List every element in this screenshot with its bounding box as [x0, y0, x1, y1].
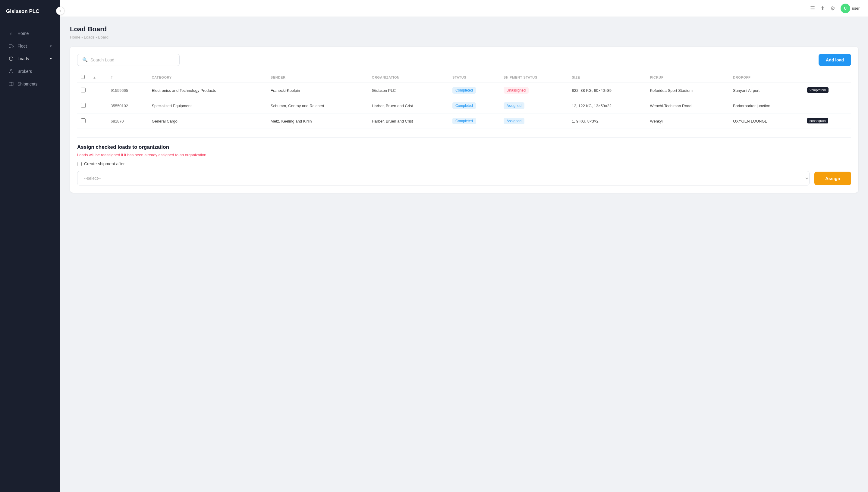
organization-select[interactable]: --select-- — [77, 171, 810, 186]
th-category: CATEGORY — [148, 72, 267, 83]
row-checkbox-cell — [77, 83, 89, 98]
row-size: 1, 9 KG, 8×3×2 — [568, 114, 646, 129]
row-category: Specialized Equipment — [148, 98, 267, 114]
chevron-down-icon: ▾ — [50, 57, 52, 61]
row-id: 681870 — [107, 114, 148, 129]
row-dropoff: Borkorborkor junction — [729, 98, 803, 114]
th-status: STATUS — [449, 72, 500, 83]
status-badge: Completed — [452, 102, 476, 109]
row-category: Electronics and Technology Products — [148, 83, 267, 98]
table-row: 681870 General Cargo Metz, Keeling and K… — [77, 114, 851, 129]
th-dropoff: DROPOFF — [729, 72, 803, 83]
row-organization: Harber, Bruen and Crist — [368, 114, 449, 129]
sidebar-item-home[interactable]: ⌂ Home — [2, 27, 58, 40]
row-checkbox[interactable] — [81, 88, 86, 93]
load-board-card: 🔍 Add load ▲ — [70, 47, 858, 193]
shipments-icon — [8, 81, 14, 87]
add-load-button[interactable]: Add load — [819, 54, 851, 66]
sidebar-collapse-button[interactable]: « — [56, 7, 65, 15]
toolbar: 🔍 Add load — [77, 54, 851, 66]
row-sort — [89, 83, 107, 98]
assign-button[interactable]: Assign — [814, 172, 851, 185]
user-menu[interactable]: U user — [841, 4, 860, 13]
th-number: # — [107, 72, 148, 83]
row-sender: Franecki-Koelpin — [267, 83, 368, 98]
search-input[interactable] — [90, 57, 174, 62]
th-pickup: PICKUP — [646, 72, 729, 83]
breadcrumb: Home - Loads - Board — [70, 35, 858, 40]
th-tag — [803, 72, 851, 83]
th-organization: ORGANIZATION — [368, 72, 449, 83]
loads-table-container: ▲ # CATEGORY SENDER ORGANIZATION STATUS … — [77, 72, 851, 129]
sidebar-item-fleet[interactable]: Fleet ▾ — [2, 40, 58, 52]
assign-section: Assign checked loads to organization Loa… — [77, 137, 851, 186]
svg-rect-0 — [9, 44, 12, 47]
loads-table: ▲ # CATEGORY SENDER ORGANIZATION STATUS … — [77, 72, 851, 129]
row-id: 35550102 — [107, 98, 148, 114]
th-checkbox — [77, 72, 89, 83]
search-box[interactable]: 🔍 — [77, 54, 180, 66]
home-icon: ⌂ — [8, 31, 14, 36]
avatar: U — [841, 4, 850, 13]
row-checkbox[interactable] — [81, 103, 86, 108]
create-shipment-row: Create shipment after — [77, 162, 851, 166]
th-size: SIZE — [568, 72, 646, 83]
sort-up-icon: ▲ — [93, 76, 96, 79]
row-checkbox[interactable] — [81, 118, 86, 123]
row-shipment-status: Assigned — [500, 98, 568, 114]
row-category: General Cargo — [148, 114, 267, 129]
main-content: ☰ ⬆ ⚙ U user Load Board Home - Loads - B… — [60, 0, 868, 492]
table-row: 35550102 Specialized Equipment Schumm, C… — [77, 98, 851, 114]
row-organization: Gislason PLC — [368, 83, 449, 98]
company-logo: Gislason PLC — [0, 0, 60, 22]
status-badge: Completed — [452, 87, 476, 94]
status-badge: Completed — [452, 118, 476, 124]
create-shipment-checkbox[interactable] — [77, 162, 82, 166]
sidebar-item-label: Brokers — [18, 69, 32, 74]
upload-icon[interactable]: ⬆ — [820, 5, 825, 12]
sidebar-item-brokers[interactable]: Brokers — [2, 65, 58, 77]
table-row: 91559665 Electronics and Technology Prod… — [77, 83, 851, 98]
row-shipment-status: Assigned — [500, 114, 568, 129]
row-tag-cell — [803, 98, 851, 114]
row-tag-cell: consequun — [803, 114, 851, 129]
topbar: ☰ ⬆ ⚙ U user — [60, 0, 868, 17]
row-pickup: Koforidua Sport Stadium — [646, 83, 729, 98]
row-pickup: Wenkyi — [646, 114, 729, 129]
row-shipment-status: Unassigned — [500, 83, 568, 98]
assign-row: --select-- Assign — [77, 171, 851, 186]
svg-point-2 — [12, 47, 13, 48]
shipment-status-badge: Unassigned — [503, 87, 529, 94]
row-sender: Schumm, Conroy and Reichert — [267, 98, 368, 114]
row-checkbox-cell — [77, 114, 89, 129]
fleet-icon — [8, 43, 14, 49]
sidebar: « Gislason PLC ⌂ Home Fleet ▾ Loads ▾ Br… — [0, 0, 60, 492]
row-tag: consequun — [807, 118, 828, 123]
page-title: Load Board — [70, 25, 858, 33]
th-sender: SENDER — [267, 72, 368, 83]
row-checkbox-cell — [77, 98, 89, 114]
th-sort[interactable]: ▲ — [89, 72, 107, 83]
page-content: Load Board Home - Loads - Board 🔍 Add lo… — [60, 17, 868, 492]
menu-icon[interactable]: ☰ — [810, 5, 815, 12]
sidebar-item-label: Loads — [18, 56, 29, 61]
loads-icon — [8, 56, 14, 62]
row-status: Completed — [449, 98, 500, 114]
th-shipment-status: SHIPMENT STATUS — [500, 72, 568, 83]
sidebar-item-shipments[interactable]: Shipments — [2, 78, 58, 90]
sidebar-item-loads[interactable]: Loads ▾ — [2, 53, 58, 65]
settings-icon[interactable]: ⚙ — [830, 5, 835, 12]
row-tag-cell: Voluptatem — [803, 83, 851, 98]
search-icon: 🔍 — [82, 57, 88, 63]
row-organization: Harber, Bruen and Crist — [368, 98, 449, 114]
shipment-status-badge: Assigned — [503, 118, 524, 124]
assign-warning: Loads will be reassigned if it has been … — [77, 153, 851, 157]
create-shipment-label: Create shipment after — [84, 162, 125, 166]
row-id: 91559665 — [107, 83, 148, 98]
row-size: 822, 38 KG, 60×40×89 — [568, 83, 646, 98]
select-all-checkbox[interactable] — [81, 75, 85, 79]
row-status: Completed — [449, 114, 500, 129]
row-tag: Voluptatem — [807, 87, 828, 93]
row-dropoff: OXYGEN LOUNGE — [729, 114, 803, 129]
sidebar-item-label: Shipments — [18, 81, 38, 87]
